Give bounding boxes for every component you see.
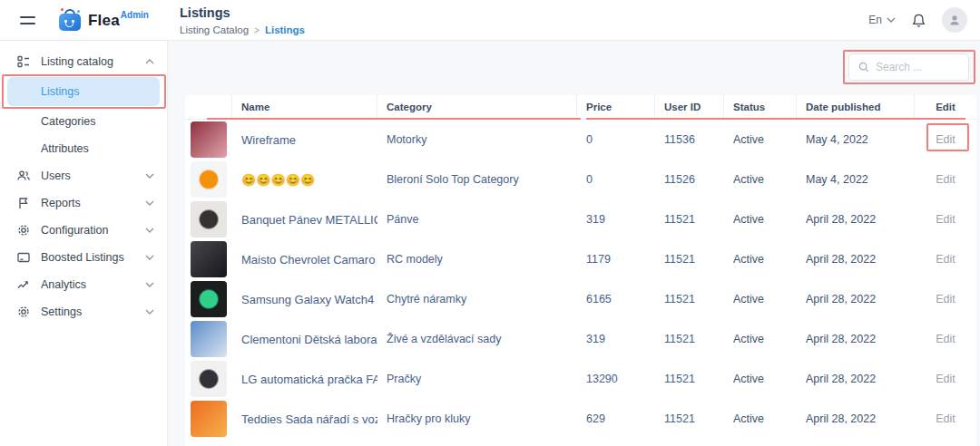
edit-link[interactable]: Edit [915,412,976,425]
listing-name[interactable]: Banquet Pánev METALLIC PLA... [232,213,377,227]
sidebar-item-label: Reports [41,197,81,209]
sidebar-item-label: Listing catalog [41,55,113,68]
edit-link[interactable]: Edit [915,133,976,146]
listing-thumbnail [191,361,227,397]
column-header-name[interactable]: Name [232,95,377,119]
listing-category: Bleroní Solo Top Category [377,173,577,186]
column-header-category[interactable]: Category [377,95,577,119]
brand-name: Flea [88,12,120,30]
table-row[interactable]: 😊😊😊😊😊 Bleroní Solo Top Category 0 11526 … [185,160,976,199]
edit-link[interactable]: Edit [915,293,976,305]
user-avatar[interactable] [942,7,967,33]
chevron-down-icon [145,173,154,179]
search-input[interactable] [876,61,962,73]
flag-icon [16,196,31,210]
listing-thumbnail [191,161,227,198]
column-header-user-id[interactable]: User ID [655,95,724,119]
sidebar-item-reports[interactable]: Reports [0,189,167,217]
edit-link[interactable]: Edit [915,173,976,186]
listing-date-published: May 4, 2022 [797,173,915,186]
breadcrumb-current[interactable]: Listings [265,24,305,35]
table-row[interactable]: Clementoni Dětská laboratoř ... Živé a v… [185,319,976,359]
breadcrumb-parent[interactable]: Listing Catalog [180,24,249,35]
app-logo[interactable]: Flea Admin [59,8,149,32]
chevron-down-icon [887,17,896,23]
menu-icon[interactable] [20,16,35,24]
chevron-down-icon [145,228,154,233]
column-header-price[interactable]: Price [577,95,655,119]
edit-link[interactable]: Edit [915,213,976,226]
edit-link[interactable]: Edit [915,253,976,266]
listing-name[interactable]: 😊😊😊😊😊 [232,173,377,187]
sidebar-subitem-label: Categories [41,115,95,128]
listing-user-id: 11536 [655,133,724,146]
edit-link[interactable]: Edit [915,333,976,345]
sidebar-item-label: Configuration [41,224,108,237]
listing-name[interactable]: Wireframe [232,133,377,147]
sidebar-item-attributes[interactable]: Attributes [0,135,167,162]
column-header-edit: Edit [915,95,976,119]
listing-name[interactable]: Clementoni Dětská laboratoř ... [232,333,377,346]
table-row[interactable]: Maisto Chevrolet Camaro SS ... RC modely… [185,239,976,279]
users-icon [16,169,31,183]
listing-name[interactable]: Maisto Chevrolet Camaro SS ... [232,253,377,267]
sidebar-subitem-label: Listings [41,85,79,98]
sidebar-item-users[interactable]: Users [0,162,167,189]
listing-category: Pánve [377,213,577,226]
person-icon [947,13,962,27]
sidebar-item-analytics[interactable]: Analytics [0,271,167,298]
listing-date-published: April 28, 2022 [797,293,915,305]
sidebar-item-label: Analytics [41,278,86,291]
column-header-status[interactable]: Status [724,95,797,119]
listing-status: Active [724,253,797,266]
table-row[interactable]: Banquet Pánev METALLIC PLA... Pánve 319 … [185,199,976,239]
table-row[interactable]: Wireframe Motorky 0 11536 Active May 4, … [185,120,976,160]
language-selector[interactable]: En [868,14,896,26]
listing-date-published: April 28, 2022 [797,333,915,345]
listing-user-id: 11521 [655,213,724,226]
listing-price: 629 [577,412,655,425]
sidebar-item-listings[interactable]: Listings [7,77,160,106]
edit-link[interactable]: Edit [915,373,976,385]
listing-user-id: 11521 [655,412,724,425]
listing-status: Active [724,373,797,385]
listing-thumbnail [191,281,227,317]
sidebar-item-settings[interactable]: Settings [0,298,167,325]
listing-price: 1179 [577,253,655,266]
gear-icon [16,223,31,238]
table-row[interactable]: LG automatická pračka FA94V... Pračky 13… [185,359,976,399]
sidebar-item-categories[interactable]: Categories [0,108,167,135]
listing-status: Active [724,213,797,226]
brand-suffix: Admin [121,10,149,20]
listing-name[interactable]: Samsung Galaxy Watch4 40m... [232,293,377,306]
language-label: En [868,14,882,26]
sidebar-item-label: Users [41,170,71,182]
listing-status: Active [724,133,797,146]
notifications-bell-icon[interactable] [911,13,926,28]
listing-thumbnail [191,241,227,277]
sidebar-item-boosted-listings[interactable]: Boosted Listings [0,244,167,271]
sidebar-item-label: Settings [41,305,82,318]
listing-user-id: 11521 [655,333,724,345]
chevron-up-icon [145,59,154,64]
listing-category: Chytré náramky [377,293,577,305]
table-row[interactable]: Samsung Galaxy Watch4 40m... Chytré nára… [185,279,976,319]
listings-table: Name Category Price User ID Status Date … [185,95,976,446]
listing-date-published: April 28, 2022 [797,213,915,226]
sidebar-item-listing-catalog[interactable]: Listing catalog [0,48,167,75]
gear-icon [16,305,31,319]
column-header-date-published[interactable]: Date published [797,95,915,119]
listing-category: RC modely [377,253,577,266]
listing-date-published: April 28, 2022 [797,412,915,425]
chevron-down-icon [145,282,154,287]
sidebar-item-configuration[interactable]: Configuration [0,217,167,244]
chevron-down-icon [145,200,154,206]
listing-price: 319 [577,213,655,226]
shopping-bag-icon [59,8,83,32]
category-icon [16,54,31,69]
listing-name[interactable]: Teddies Sada nářadí s vozíke... [232,412,377,426]
chevron-down-icon [145,309,154,315]
listing-category: Motorky [377,133,577,146]
table-row[interactable]: Teddies Sada nářadí s vozíke... Hračky p… [185,399,976,439]
listing-name[interactable]: LG automatická pračka FA94V... [232,373,377,386]
